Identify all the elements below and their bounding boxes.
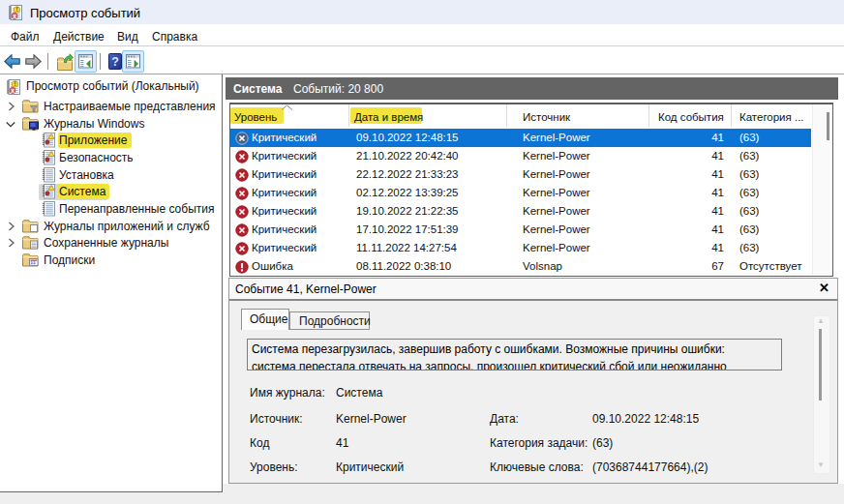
svg-text:x: x	[13, 13, 16, 19]
svg-text:x: x	[11, 87, 15, 94]
svg-text:?: ?	[111, 55, 119, 69]
